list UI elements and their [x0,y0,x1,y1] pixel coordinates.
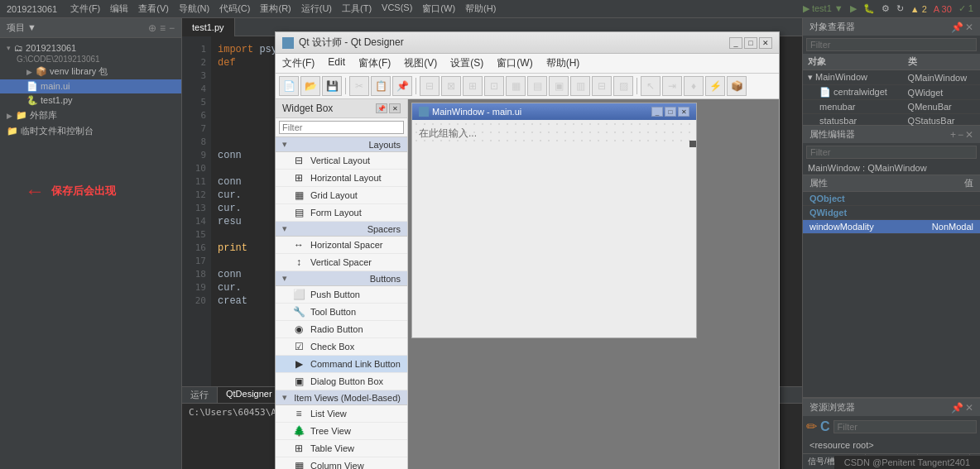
tb-layout1[interactable]: ▦ [506,76,526,96]
prop-filter-input[interactable] [806,146,977,159]
res-c-icon[interactable]: C [820,419,830,434]
res-edit-icon[interactable]: ✏ [806,419,817,434]
widget-item-command-link-button[interactable]: ▶ Command Link Button [276,356,407,373]
widget-item-tool-button[interactable]: 🔧 Tool Button [276,304,407,321]
tb-new[interactable]: 📄 [279,76,299,96]
tb-align1[interactable]: ⊟ [420,76,440,96]
run-btn[interactable]: ▶ [850,3,857,14]
obj-row-menubar[interactable]: menubar QMenuBar [803,100,980,114]
editor-tab-test1[interactable]: test1.py [182,18,235,36]
menu-nav[interactable]: 导航(N) [179,2,209,15]
widget-item-dialog-button-box[interactable]: ▣ Dialog Button Box [276,373,407,390]
widget-item-h-spacer[interactable]: ↔ Horizontal Spacer [276,237,407,254]
menu-run[interactable]: 运行(U) [301,2,332,15]
obj-pin-icon[interactable]: 📌 [951,22,963,33]
widget-cat-spacers[interactable]: Spacers [276,222,407,237]
widget-item-tree-view[interactable]: 🌲 Tree View [276,423,407,440]
tb-copy[interactable]: 📋 [371,76,391,96]
obj-row-centralwidget[interactable]: 📄 centralwidget QWidget [803,85,980,100]
menu-vcs[interactable]: VCS(S) [382,2,412,15]
obj-filter-input[interactable] [806,38,977,51]
widget-item-table-view[interactable]: ⊞ Table View [276,440,407,457]
res-pin-icon[interactable]: 📌 [951,402,963,414]
settings-icon[interactable]: ≡ [160,22,166,34]
qt-menu-window[interactable]: 窗口(W) [493,55,536,71]
widget-item-push-button[interactable]: ⬜ Push Button [276,286,407,304]
qt-menu-file[interactable]: 文件(F) [279,55,318,71]
tb-layout5[interactable]: ⊟ [592,76,612,96]
obj-row-mainwindow[interactable]: ▾ MainWindow QMainWindow [803,70,980,85]
qt-menu-settings[interactable]: 设置(S) [447,55,487,71]
form-win-close[interactable]: ✕ [678,107,689,117]
widget-item-form-layout[interactable]: ▤ Form Layout [276,204,407,222]
widget-item-radio-button[interactable]: ◉ Radio Button [276,321,407,338]
res-close-icon[interactable]: ✕ [965,402,973,414]
widget-item-list-view[interactable]: ≡ List View [276,405,407,423]
prop-minus-icon[interactable]: − [958,129,963,141]
form-resize-handle[interactable] [689,141,696,147]
tb-pointer[interactable]: ↖ [641,76,661,96]
qt-maximize-btn[interactable]: □ [744,37,757,49]
tb-layout3[interactable]: ▣ [549,76,569,96]
prop-row-modality[interactable]: windowModality NonModal [803,220,980,234]
qt-close-btn[interactable]: ✕ [759,37,772,49]
qt-minimize-btn[interactable]: _ [729,37,742,49]
qt-menu-form[interactable]: 窗体(F) [355,55,394,71]
widget-cat-item-views[interactable]: Item Views (Model-Based) [276,390,407,405]
qt-menu-help[interactable]: 帮助(H) [543,55,584,71]
run-config[interactable]: ▶ test1 ▼ [803,3,843,14]
tree-item-root[interactable]: ▾ 🗂 2019213061 [0,41,181,55]
sync-icon[interactable]: ⊕ [148,22,156,34]
widget-item-grid-layout[interactable]: ▦ Grid Layout [276,187,407,204]
wb-close-btn[interactable]: ✕ [389,103,401,113]
menu-help[interactable]: 帮助(H) [465,2,496,15]
settings-icon[interactable]: ⚙ [882,3,890,14]
bottom-tab-run[interactable]: 运行 [182,387,218,403]
menu-file[interactable]: 文件(F) [70,2,100,15]
menu-edit[interactable]: 编辑 [110,2,128,15]
menu-view[interactable]: 查看(V) [138,2,169,15]
update-icon[interactable]: ↻ [896,3,904,14]
menu-window[interactable]: 窗口(W) [422,2,455,15]
widget-item-column-view[interactable]: ▦ Column View [276,457,407,469]
tb-resource[interactable]: 📦 [727,76,747,96]
tb-tab[interactable]: ⇥ [662,76,682,96]
tb-open[interactable]: 📂 [300,76,320,96]
obj-close-icon[interactable]: ✕ [965,22,973,33]
tb-buddy[interactable]: ♦ [684,76,704,96]
tb-layout6[interactable]: ▨ [613,76,633,96]
tb-align2[interactable]: ⊠ [441,76,461,96]
qt-menu-view[interactable]: 视图(V) [401,55,440,71]
widget-item-check-box[interactable]: ☑ Check Box [276,338,407,356]
tb-signal[interactable]: ⚡ [705,76,725,96]
tb-save[interactable]: 💾 [322,76,342,96]
widget-item-vertical-layout[interactable]: ⊟ Vertical Layout [276,152,407,170]
widget-cat-buttons[interactable]: Buttons [276,271,407,286]
debug-btn[interactable]: 🐛 [863,3,875,14]
tree-item-main-ui[interactable]: 📄 main.ui [0,79,181,93]
widget-cat-layouts[interactable]: Layouts [276,137,407,152]
tree-item-temp[interactable]: 📁 临时文件和控制台 [0,123,181,139]
qt-menu-edit[interactable]: Edit [324,55,348,71]
tb-layout2[interactable]: ▤ [527,76,547,96]
tree-item-venv[interactable]: ▶ 📦 venv library 包 [0,64,181,79]
menu-tools[interactable]: 工具(T) [342,2,372,15]
wb-pin-btn[interactable]: 📌 [376,103,387,113]
prop-pin-icon[interactable]: + [950,129,956,141]
tb-align4[interactable]: ⊡ [484,76,504,96]
widget-item-horizontal-layout[interactable]: ⊞ Horizontal Layout [276,170,407,187]
tb-layout4[interactable]: ▥ [570,76,590,96]
tree-item-external[interactable]: ▶ 📁 外部库 [0,108,181,123]
form-content[interactable]: 在此组输入... [412,120,696,147]
form-win-minimize[interactable]: _ [651,107,663,117]
tb-align3[interactable]: ⊞ [463,76,483,96]
res-filter-input[interactable] [833,420,977,433]
menu-code[interactable]: 代码(C) [219,2,250,15]
prop-close-icon[interactable]: ✕ [965,129,973,141]
tree-item-test1py[interactable]: 🐍 test1.py [0,93,181,108]
widget-item-v-spacer[interactable]: ↕ Vertical Spacer [276,254,407,271]
collapse-icon[interactable]: − [169,22,175,34]
menu-refactor[interactable]: 重构(R) [260,2,291,15]
form-win-restore[interactable]: □ [665,107,676,117]
tb-cut[interactable]: ✂ [349,76,369,96]
